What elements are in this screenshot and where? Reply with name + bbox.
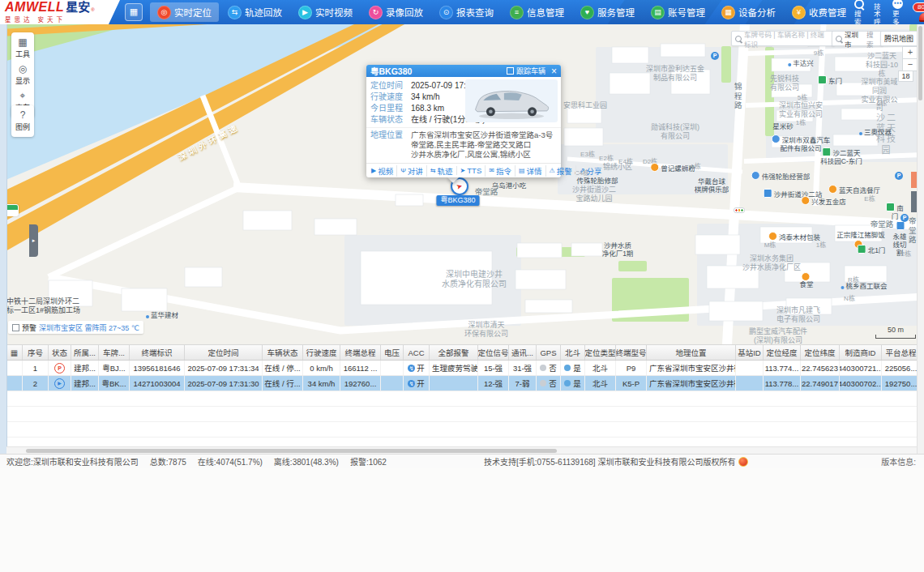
vehicle-table: ▦序号状态所属...车牌...终端标识定位时间车辆状态行驶速度终端总程电压ACC… [6, 344, 918, 446]
cell-terminal: 13956181646 [130, 361, 185, 375]
version-info[interactable]: 版本信息: [881, 455, 916, 467]
popup-action-分享[interactable]: ⇗分享 [575, 165, 605, 177]
nav-item-录像回放[interactable]: ↻录像回放 [361, 2, 430, 22]
table-empty-row [6, 422, 918, 438]
track-vehicle-toggle[interactable]: 跟踪车辆 [507, 66, 545, 76]
cell-lat: 22.749017 [801, 376, 840, 391]
cell-lng: 113.778... [764, 376, 801, 391]
nav-item-实时定位[interactable]: ◎实时定位 [150, 2, 219, 22]
vertical-scrollbar[interactable] [917, 24, 924, 454]
nav-item-设备分析[interactable]: ▦设备分析 [714, 2, 783, 22]
nav-item-实时视频[interactable]: ▶实时视频 [291, 2, 360, 22]
column-header-beidou[interactable]: 北斗 [561, 345, 585, 360]
plate-search-input[interactable]: 车牌号码 | 车辆名称 | 终端标识 [731, 31, 835, 46]
nav-item-label: 实时视频 [315, 6, 353, 19]
logo-text-cn: 星安 [66, 1, 90, 13]
column-header-gps[interactable]: GPS [537, 345, 561, 360]
nav-item-信息管理[interactable]: ≡信息管理 [503, 2, 571, 22]
video-icon: ▶ [371, 167, 376, 174]
column-header-seq[interactable]: 序号 [23, 345, 49, 360]
table-header-row: ▦序号状态所属...车牌...终端标识定位时间车辆状态行驶速度终端总程电压ACC… [6, 344, 918, 361]
cell-sel [6, 376, 23, 391]
column-header-mfr[interactable]: 制造商ID [840, 345, 882, 360]
nav-item-label: 账号管理 [668, 6, 705, 19]
license-seal-icon [738, 457, 748, 467]
column-header-signal[interactable]: 定位信号 [478, 345, 509, 360]
cell-platform: 192750... [882, 376, 921, 391]
popup-action-报警[interactable]: ⚠报警 [545, 165, 575, 177]
column-header-lat[interactable]: 定位纬度 [801, 345, 840, 360]
vehicle-panel-expand-handle[interactable]: ▸ [29, 224, 38, 257]
alarm-button[interactable]: 8015 [913, 2, 924, 22]
nav-item-收费管理[interactable]: ¥收费管理 [785, 2, 853, 22]
table-row-1[interactable]: 1P建邦...粤BJ...139561816462025-07-09 17:31… [6, 361, 918, 376]
column-header-status[interactable]: 状态 [49, 345, 71, 360]
tech-call-button[interactable]: ☛ 技术呼叫 [874, 0, 883, 24]
more-button[interactable]: ⋯ 更多 [892, 0, 903, 24]
column-header-model[interactable]: 终端型号 [616, 345, 647, 360]
alarm-count: 报警:1062 [350, 455, 387, 467]
vehicle-marker-plate[interactable]: 粤BKG380 [436, 195, 479, 206]
map-canvas[interactable]: 深圳市盈利达五金 制品有限公司锦程路丰达兴9栋先锐科技 有限公司东门深圳市美域同… [0, 24, 918, 344]
nav-item-账号管理[interactable]: ▤账号管理 [644, 2, 712, 22]
popup-action-视频[interactable]: ▶视频 [368, 165, 396, 177]
map-tool-工具[interactable]: ▦工具 [15, 35, 30, 62]
cell-acc: ↯开 [404, 376, 430, 391]
map-tool-显示[interactable]: ◎显示 [15, 62, 30, 88]
popup-action-对讲[interactable]: Ψ对讲 [396, 165, 426, 177]
column-header-speed[interactable]: 行驶速度 [303, 345, 340, 360]
column-header-org[interactable]: 所属... [71, 345, 99, 360]
cell-seq: 2 [23, 376, 49, 391]
zoom-out-button[interactable]: − [902, 58, 918, 71]
left-panel-collapsed[interactable] [0, 24, 7, 454]
place-search-input[interactable]: 深圳市 搜索 [832, 31, 883, 46]
search-button[interactable]: 搜索 [854, 0, 864, 24]
grid-icon: ▦ [11, 348, 18, 357]
nav-item-label: 设备分析 [738, 6, 776, 19]
table-row-2[interactable]: 2▶建邦...粤BK...142710030042025-07-09 17:31… [6, 376, 918, 391]
map-provider-select[interactable]: 腾讯地图 ∨ [880, 31, 918, 46]
find-vehicle-icon: ⌖ [20, 91, 26, 101]
column-header-voltage[interactable]: 电压 [381, 345, 404, 360]
popup-action-指令[interactable]: ✉指令 [485, 165, 515, 177]
popup-action-详情[interactable]: ▤详情 [515, 165, 545, 177]
vscroll-thumb[interactable] [918, 26, 922, 100]
alarm-count-badge: 8015 [913, 2, 924, 12]
column-header-terminal[interactable]: 终端标识 [130, 345, 185, 360]
popup-action-label: TTS [467, 166, 481, 175]
tools-grid-icon: ▦ [18, 37, 27, 48]
column-header-platform[interactable]: 平台总程 [882, 345, 921, 360]
legend-button[interactable]: ? 图例 [15, 108, 30, 134]
popup-action-TTS[interactable]: ➤TTS [456, 166, 486, 175]
map-provider-value: 腾讯地图 [884, 33, 913, 44]
app-switcher-button[interactable]: ▦ [125, 3, 143, 21]
column-header-lng[interactable]: 定位经度 [764, 345, 801, 360]
cell-mfr: 440300721... [840, 361, 882, 375]
column-header-station[interactable]: 基站ID [736, 345, 764, 360]
nav-item-服务管理[interactable]: ♥服务管理 [573, 2, 642, 22]
status-bar: 欢迎您:深圳市联和安业科技有限公司 总数:7875 在线:4074(51.7%)… [0, 454, 924, 468]
column-chooser[interactable]: ▦ [6, 345, 23, 360]
column-header-alarm[interactable]: 全部报警 [430, 345, 478, 360]
column-header-loc_type[interactable]: 定位类型 [585, 345, 616, 360]
column-header-time[interactable]: 定位时间 [185, 345, 263, 360]
close-icon[interactable]: × [551, 67, 557, 75]
car-illustration [468, 81, 554, 122]
column-header-state[interactable]: 车辆状态 [263, 345, 303, 360]
popup-action-轨迹[interactable]: ⇆轨迹 [426, 165, 456, 177]
hscroll-thumb[interactable] [26, 449, 557, 453]
column-header-address[interactable]: 地理位置 [647, 345, 736, 360]
popup-address: 地理位置 广东省深圳市宝安区沙井街道帝堂路a-3号帝堂路,民主民丰路-帝堂路交叉… [366, 127, 561, 163]
vehicle-photo [465, 79, 558, 122]
column-header-plate[interactable]: 车牌... [99, 345, 130, 360]
command-mail-icon: ✉ [489, 167, 494, 174]
column-header-comm[interactable]: 通讯... [509, 345, 537, 360]
column-header-acc[interactable]: ACC [404, 345, 430, 360]
weather-alert-checkbox[interactable] [12, 324, 19, 331]
registered-mark: ® [91, 7, 94, 12]
cell-state: 在线 / 停... [263, 361, 303, 375]
nav-item-轨迹回放[interactable]: ⇆轨迹回放 [220, 2, 289, 22]
nav-item-报表查询[interactable]: ⊙报表查询 [432, 2, 501, 22]
zoom-in-button[interactable]: + [902, 46, 918, 59]
column-header-mileage[interactable]: 终端总程 [340, 345, 381, 360]
